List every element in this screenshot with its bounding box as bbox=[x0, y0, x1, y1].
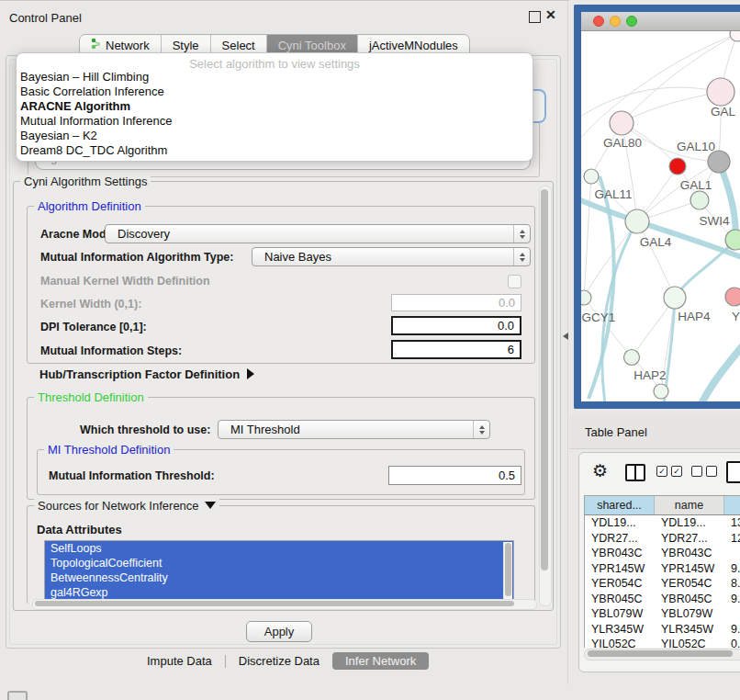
network-edge[interactable] bbox=[581, 87, 721, 119]
attribute-item[interactable]: gal4RGexp bbox=[45, 585, 513, 600]
network-node-gcy1[interactable] bbox=[581, 290, 591, 305]
network-node-gal[interactable] bbox=[707, 78, 734, 106]
gear-icon[interactable]: ⚙ bbox=[592, 461, 608, 481]
table-cell[interactable]: YBR045C bbox=[655, 592, 724, 607]
network-node-hap2[interactable] bbox=[624, 350, 640, 366]
table-cell[interactable]: YIL052C bbox=[585, 637, 655, 648]
table-cell[interactable]: YDL19... bbox=[585, 515, 655, 531]
table-cell[interactable]: YBL079W bbox=[585, 606, 655, 622]
attribute-item[interactable]: BetweennessCentrality bbox=[45, 570, 513, 585]
network-edge[interactable] bbox=[719, 162, 735, 240]
column-header[interactable]: shared... bbox=[585, 496, 655, 514]
network-window-titlebar[interactable] bbox=[581, 12, 740, 31]
table-cell[interactable]: 9. bbox=[724, 561, 740, 577]
panel-divider[interactable] bbox=[567, 1, 568, 684]
table-cell[interactable]: YBR045C bbox=[585, 592, 655, 607]
column-header[interactable]: name bbox=[655, 496, 724, 514]
network-node[interactable] bbox=[669, 158, 686, 175]
deselect-all-columns-icon[interactable] bbox=[691, 466, 717, 477]
table-cell[interactable]: 9. bbox=[724, 592, 740, 607]
tab-impute-data[interactable]: Impute Data bbox=[134, 652, 225, 670]
manual-kernel-checkbox[interactable] bbox=[508, 275, 521, 288]
apply-button[interactable]: Apply bbox=[246, 621, 312, 642]
network-node-swi4[interactable] bbox=[725, 230, 740, 250]
table-cell[interactable]: 9. bbox=[724, 622, 740, 638]
table-cell[interactable]: 8. bbox=[724, 576, 740, 592]
dpi-tolerance-field[interactable]: 0.0 bbox=[391, 316, 521, 335]
algorithm-option[interactable]: Mutual Information Inference bbox=[19, 114, 530, 129]
table-row[interactable]: YPR145WYPR145W9. bbox=[585, 561, 740, 577]
network-node-gal1[interactable] bbox=[690, 191, 709, 209]
network-node-gal80[interactable] bbox=[610, 111, 633, 135]
algorithm-option[interactable]: Bayesian – Hill Climbing bbox=[19, 70, 530, 85]
scrollbar-thumb[interactable] bbox=[505, 543, 511, 596]
network-node[interactable] bbox=[730, 31, 740, 41]
network-view-window[interactable]: GALGAL80GAL10GAL11GAL1GAL4SWI4GCY1HAP4YH… bbox=[574, 5, 740, 409]
network-canvas[interactable]: GALGAL80GAL10GAL11GAL1GAL4SWI4GCY1HAP4YH… bbox=[581, 31, 740, 401]
table-cell[interactable]: YPR145W bbox=[585, 561, 655, 577]
table-cell[interactable]: YER054C bbox=[655, 576, 724, 592]
table-cell[interactable] bbox=[724, 606, 740, 622]
mi-threshold-field[interactable]: 0.5 bbox=[388, 466, 521, 485]
table-horizontal-scrollbar[interactable] bbox=[584, 649, 740, 660]
algorithm-option[interactable]: Bayesian – K2 bbox=[19, 129, 530, 143]
network-node-gal4[interactable] bbox=[625, 209, 649, 233]
table-cell[interactable]: YLR345W bbox=[585, 622, 655, 638]
minimize-traffic-light-icon[interactable] bbox=[610, 16, 621, 27]
table-row[interactable]: YBR043CYBR043C bbox=[585, 546, 740, 561]
columns-icon[interactable] bbox=[625, 464, 645, 481]
scrollbar-thumb[interactable] bbox=[35, 601, 514, 606]
table-cell[interactable]: YDR27... bbox=[585, 531, 655, 547]
kernel-width-field[interactable]: 0.0 bbox=[391, 294, 521, 311]
table-row[interactable]: YIL052CYIL052C0. bbox=[585, 637, 740, 648]
table-cell[interactable]: YDL19... bbox=[655, 515, 724, 531]
network-edge[interactable] bbox=[675, 240, 735, 298]
split-collapse-arrow-icon[interactable] bbox=[563, 333, 568, 340]
scrollbar-thumb[interactable] bbox=[588, 650, 733, 657]
close-icon[interactable]: ✕ bbox=[545, 7, 556, 22]
algorithm-option[interactable]: Dream8 DC_TDC Algorithm bbox=[19, 143, 530, 158]
table-cell[interactable]: 12 bbox=[724, 531, 740, 547]
settings-vertical-scrollbar[interactable] bbox=[539, 186, 552, 606]
network-edge[interactable] bbox=[581, 198, 740, 261]
table-cell[interactable]: YIL052C bbox=[655, 637, 724, 648]
table-row[interactable]: YDL19...YDL19...13 bbox=[585, 515, 740, 531]
sources-group-title[interactable]: Sources for Network Inference bbox=[34, 499, 219, 513]
table-row[interactable]: YER054CYER054C8. bbox=[585, 576, 740, 592]
algorithm-option[interactable]: ARACNE Algorithm bbox=[19, 99, 530, 114]
float-window-icon[interactable] bbox=[529, 11, 541, 23]
network-edge[interactable] bbox=[584, 176, 591, 298]
network-node-gal11[interactable] bbox=[584, 169, 599, 184]
table-cell[interactable]: 0. bbox=[724, 637, 740, 648]
attributes-scrollbar[interactable] bbox=[503, 542, 512, 599]
algorithm-option[interactable]: Basic Correlation Inference bbox=[19, 85, 530, 99]
attribute-item[interactable]: TopologicalCoefficient bbox=[45, 556, 513, 570]
table-cell[interactable]: YLR345W bbox=[655, 622, 724, 638]
network-node[interactable] bbox=[654, 384, 668, 399]
network-edge[interactable] bbox=[701, 344, 740, 401]
table-cell[interactable]: YBR043C bbox=[655, 546, 724, 561]
which-threshold-select[interactable]: MI Threshold bbox=[218, 420, 490, 439]
network-node-gal10[interactable] bbox=[708, 151, 730, 173]
data-attributes-list[interactable]: SelfLoopsTopologicalCoefficientBetweenne… bbox=[44, 540, 514, 603]
select-all-columns-icon[interactable]: ✓✓ bbox=[656, 466, 682, 477]
scrollbar-thumb[interactable] bbox=[541, 189, 548, 570]
settings-horizontal-scrollbar[interactable] bbox=[32, 599, 537, 610]
table-row[interactable]: YBL079WYBL079W bbox=[585, 606, 740, 622]
hub-section-toggle[interactable]: Hub/Transcription Factor Definition bbox=[39, 367, 254, 381]
tab-infer-network[interactable]: Infer Network bbox=[332, 652, 429, 670]
table-cell[interactable] bbox=[724, 546, 740, 561]
table-row[interactable]: YBR045CYBR045C9. bbox=[585, 592, 740, 607]
table-cell[interactable]: 13 bbox=[724, 515, 740, 531]
attribute-item[interactable]: SelfLoops bbox=[45, 541, 513, 556]
aracne-mode-select[interactable]: Discovery bbox=[105, 224, 531, 243]
table-cell[interactable]: YBR043C bbox=[585, 546, 655, 561]
table-row[interactable]: YDR27...YDR27...12 bbox=[585, 531, 740, 547]
table-cell[interactable]: YER054C bbox=[585, 576, 655, 592]
tab-discretize-data[interactable]: Discretize Data bbox=[226, 652, 332, 670]
network-node-y[interactable] bbox=[725, 288, 740, 306]
column-header[interactable]: A bbox=[724, 496, 740, 514]
table-cell[interactable]: YDR27... bbox=[655, 531, 724, 547]
zoom-traffic-light-icon[interactable] bbox=[626, 16, 637, 27]
close-traffic-light-icon[interactable] bbox=[593, 16, 604, 27]
